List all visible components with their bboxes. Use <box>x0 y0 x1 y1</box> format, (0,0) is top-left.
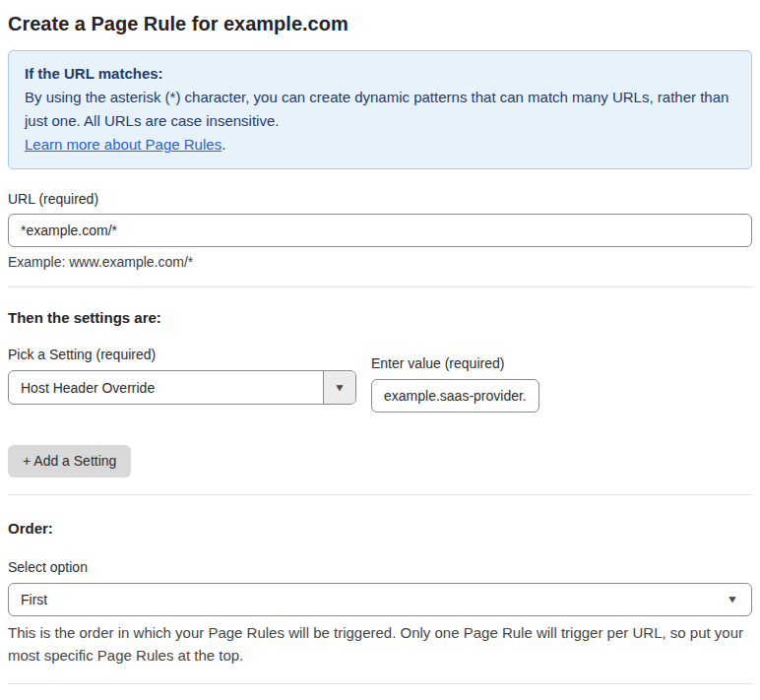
pick-setting-select[interactable]: Host Header Override ▼ <box>8 370 356 405</box>
settings-section-heading: Then the settings are: <box>8 308 752 327</box>
add-setting-button[interactable]: + Add a Setting <box>8 445 131 477</box>
order-section-heading: Order: <box>8 519 752 538</box>
url-field-label: URL (required) <box>8 191 752 208</box>
order-help-text: This is the order in which your Page Rul… <box>8 621 746 667</box>
pick-setting-column: Pick a Setting (required) Host Header Ov… <box>8 347 356 405</box>
url-match-info-box: If the URL matches: By using the asteris… <box>8 50 752 169</box>
info-box-heading: If the URL matches: <box>25 62 735 86</box>
footer-divider <box>8 683 752 684</box>
link-suffix-period: . <box>222 136 225 153</box>
url-example-text: Example: www.example.com/* <box>8 254 752 270</box>
caret-down-icon: ▼ <box>727 595 738 605</box>
info-box-link-line: Learn more about Page Rules. <box>25 133 735 157</box>
info-box-body: By using the asterisk (*) character, you… <box>25 86 735 133</box>
page-title: Create a Page Rule for example.com <box>8 10 752 37</box>
url-input[interactable] <box>8 214 752 247</box>
setting-value-input[interactable] <box>371 379 539 413</box>
order-selected-value: First <box>21 592 47 607</box>
caret-down-icon: ▼ <box>334 383 346 393</box>
section-divider <box>8 286 752 287</box>
learn-more-page-rules-link[interactable]: Learn more about Page Rules <box>25 136 222 153</box>
order-select[interactable]: First ▼ <box>8 583 752 616</box>
create-page-rule-panel: Create a Page Rule for example.com If th… <box>0 0 760 700</box>
pick-setting-selected-value: Host Header Override <box>9 371 323 404</box>
pick-setting-label: Pick a Setting (required) <box>8 347 356 363</box>
settings-row: Pick a Setting (required) Host Header Ov… <box>8 327 752 413</box>
enter-value-column: Enter value (required) <box>371 355 539 413</box>
enter-value-label: Enter value (required) <box>371 355 539 372</box>
section-divider <box>8 494 752 495</box>
url-field-section: URL (required) Example: www.example.com/… <box>8 191 752 270</box>
pick-setting-dropdown-button[interactable]: ▼ <box>323 371 355 404</box>
order-select-label: Select option <box>8 559 752 576</box>
